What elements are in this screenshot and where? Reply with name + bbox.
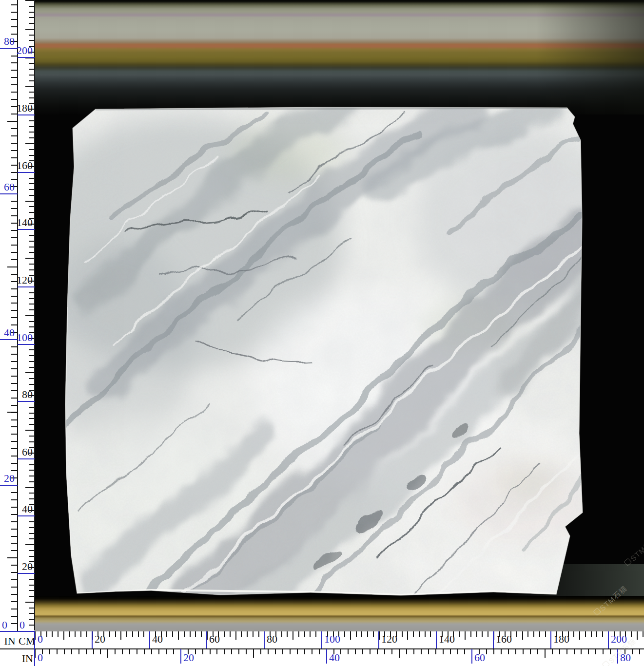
marble-slab-image <box>35 73 644 611</box>
ruler-label: 200 <box>16 45 33 56</box>
cm-mark-line <box>18 286 35 287</box>
ruler-label: 40 <box>16 504 33 514</box>
ruler-label: 160 <box>16 160 33 171</box>
ruler-label: 60 <box>16 447 33 457</box>
ruler-label: 80 <box>16 389 33 400</box>
ruler-label: 80 <box>0 36 15 47</box>
ruler-label: 40 <box>152 634 163 645</box>
cm-mark-line <box>18 229 35 230</box>
ruler-label: 0 <box>38 634 43 645</box>
cm-mark-line <box>18 172 35 173</box>
ruler-label: 20 <box>0 473 15 484</box>
cm-mark-line <box>608 631 609 648</box>
corner-zero-line-horizontal <box>0 631 35 632</box>
ruler-label: 140 <box>439 634 455 645</box>
left-ruler-inches <box>0 0 18 630</box>
cm-mark-line <box>18 401 35 402</box>
in-mark-line <box>0 339 18 340</box>
ruler-label: 40 <box>0 327 15 338</box>
ruler-label: 120 <box>16 275 33 285</box>
unit-label-centimeters: CM <box>19 636 33 647</box>
cm-mark-line <box>18 573 35 574</box>
in-mark-line <box>0 48 18 49</box>
ruler-label: 0 <box>2 620 7 630</box>
cm-mark-line <box>493 631 494 648</box>
ruler-label: 100 <box>16 332 33 343</box>
ruler-label: 40 <box>329 652 340 663</box>
in-mark-line <box>180 649 181 664</box>
cm-mark-line <box>550 631 551 648</box>
ruler-label: 100 <box>324 634 340 645</box>
ruler-label: 20 <box>95 634 105 645</box>
ruler-label: 20 <box>183 652 194 663</box>
cm-mark-line <box>18 57 35 58</box>
ruler-label: 180 <box>553 634 569 645</box>
ruler-label: 60 <box>474 652 485 663</box>
in-mark-line <box>326 649 327 664</box>
cm-mark-line <box>149 631 150 648</box>
in-mark-line <box>0 485 18 486</box>
in-mark-line <box>0 193 18 194</box>
ruler-label: 140 <box>16 217 33 228</box>
cm-mark-line <box>18 458 35 459</box>
unit-label-inches-row2: IN <box>19 653 33 664</box>
ruler-label: 60 <box>0 182 15 192</box>
cm-mark-line <box>18 114 35 115</box>
ruler-label: 80 <box>267 634 277 645</box>
ruler-label: 120 <box>381 634 397 645</box>
cm-mark-line <box>378 631 379 648</box>
cm-mark-line <box>18 344 35 345</box>
cm-mark-line <box>18 515 35 516</box>
unit-label-inches: IN <box>3 636 17 647</box>
slab-scan-page: 80 60 40 20 0 200 180 160 140 120 100 80… <box>0 0 644 666</box>
ruler-label: 180 <box>16 103 33 114</box>
ruler-label: 20 <box>16 561 33 572</box>
ruler-label: 60 <box>209 634 220 645</box>
in-mark-line <box>471 649 472 664</box>
ruler-label: 0 <box>20 620 25 630</box>
cm-mark-line <box>206 631 207 648</box>
ruler-label: 160 <box>496 634 512 645</box>
cm-mark-line <box>436 631 437 648</box>
left-ruler-centimeters <box>18 0 35 630</box>
cm-mark-line <box>321 631 322 648</box>
cm-mark-line <box>264 631 265 648</box>
cm-mark-line <box>92 631 93 648</box>
ruler-label: 0 <box>38 652 43 663</box>
